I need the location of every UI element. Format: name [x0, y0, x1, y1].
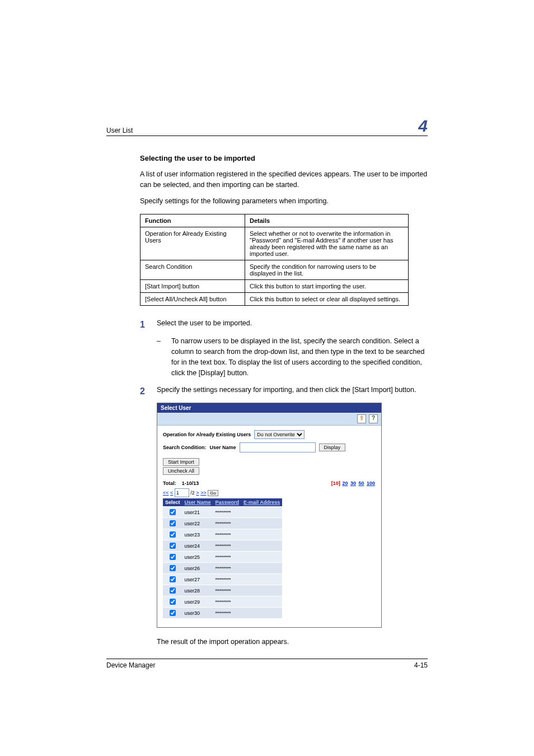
table-row: user27********	[163, 574, 282, 585]
help-icon[interactable]: ?	[369, 414, 378, 423]
start-import-button[interactable]: Start Import	[163, 458, 199, 466]
func-cell: [Select All/Uncheck All] button	[140, 293, 245, 306]
step-text: Select the user to be imported.	[157, 318, 428, 332]
header-title: User List	[106, 127, 133, 134]
function-table: Function Details Operation for Already E…	[140, 214, 409, 306]
pager: << < /2 > >> Go	[163, 488, 376, 497]
uncheck-all-button[interactable]: Uncheck All	[163, 467, 199, 475]
details-cell: Select whether or not to overwrite the i…	[245, 227, 409, 260]
cell-username: user25	[182, 552, 213, 563]
dash: –	[157, 336, 171, 378]
page-size-link[interactable]: 100	[367, 480, 375, 486]
cell-email	[241, 563, 282, 574]
row-checkbox[interactable]	[170, 509, 176, 515]
table-row: user22********	[163, 518, 282, 529]
func-cell: [Start Import] button	[140, 280, 245, 293]
cell-email	[241, 608, 282, 619]
step-number: 2	[140, 385, 157, 398]
cell-password: ********	[213, 552, 242, 563]
cell-email	[241, 574, 282, 585]
row-checkbox[interactable]	[170, 531, 176, 538]
table-row: user23********	[163, 529, 282, 540]
details-cell: Click this button to start importing the…	[245, 280, 409, 293]
select-user-panel: Select User ⇧ ? Operation for Already Ex…	[157, 403, 382, 628]
table-row: user24********	[163, 540, 282, 552]
col-select: Select	[163, 498, 182, 507]
cell-email	[241, 585, 282, 596]
cell-password: ********	[213, 608, 242, 619]
table-row: user28********	[163, 585, 282, 596]
table-row: user26********	[163, 563, 282, 574]
table-row: user21********	[163, 507, 282, 518]
row-checkbox[interactable]	[170, 599, 176, 605]
details-cell: Specify the condition for narrowing user…	[245, 260, 409, 280]
pager-prev[interactable]: <	[170, 490, 173, 496]
page-footer: Device Manager 4-15	[106, 659, 428, 669]
row-checkbox[interactable]	[170, 565, 176, 571]
chapter-number: 4	[418, 118, 428, 134]
cell-email	[241, 540, 282, 552]
cell-email	[241, 518, 282, 529]
cell-email	[241, 529, 282, 540]
panel-toolbar: ⇧ ?	[157, 413, 381, 426]
cell-email	[241, 596, 282, 608]
page-size-link[interactable]: 50	[358, 480, 364, 486]
substep-text: To narrow users to be displayed in the l…	[171, 336, 428, 378]
op-existing-select[interactable]: Do not Overwrite	[254, 430, 305, 439]
row-checkbox[interactable]	[170, 554, 176, 560]
cell-username: user24	[182, 540, 213, 552]
back-icon[interactable]: ⇧	[357, 414, 366, 423]
col-function: Function	[140, 214, 245, 227]
cell-password: ********	[213, 518, 242, 529]
row-checkbox[interactable]	[170, 576, 176, 582]
display-button[interactable]: Display	[319, 444, 346, 451]
pager-page-input[interactable]	[175, 488, 189, 497]
row-checkbox[interactable]	[170, 610, 176, 616]
col-username[interactable]: User Name	[182, 498, 213, 507]
cell-username: user26	[182, 563, 213, 574]
cell-username: user28	[182, 585, 213, 596]
row-checkbox[interactable]	[170, 543, 176, 549]
func-cell: Search Condition	[140, 260, 245, 280]
page-size-links: [10] 20 30 50 100	[331, 480, 376, 486]
table-row: user30********	[163, 608, 282, 619]
intro-p2: Specify settings for the following param…	[140, 196, 428, 207]
row-checkbox[interactable]	[170, 520, 176, 526]
cell-email	[241, 552, 282, 563]
search-condition-label: Search Condition:	[163, 445, 207, 450]
pager-first[interactable]: <<	[163, 490, 169, 496]
search-input[interactable]	[240, 442, 316, 452]
page-header: User List 4	[106, 118, 428, 136]
cell-password: ********	[213, 585, 242, 596]
step-number: 1	[140, 318, 157, 332]
cell-username: user23	[182, 529, 213, 540]
func-cell: Operation for Already Existing Users	[140, 227, 245, 260]
cell-password: ********	[213, 596, 242, 608]
cell-password: ********	[213, 507, 242, 518]
table-row: user25********	[163, 552, 282, 563]
step-1: 1 Select the user to be imported.	[140, 318, 428, 332]
row-checkbox[interactable]	[170, 587, 176, 594]
col-password[interactable]: Password	[213, 498, 242, 507]
op-existing-label: Operation for Already Existing Users	[163, 432, 251, 437]
result-text: The result of the import operation appea…	[157, 637, 428, 647]
user-table: Select User Name Password E-mail Address…	[163, 498, 282, 618]
cell-username: user27	[182, 574, 213, 585]
intro-p1: A list of user information registered in…	[140, 169, 428, 190]
step-1-sub: – To narrow users to be displayed in the…	[157, 336, 428, 378]
col-details: Details	[245, 214, 409, 227]
col-email[interactable]: E-mail Address	[241, 498, 282, 507]
cell-password: ********	[213, 540, 242, 552]
total-label: Total:	[163, 480, 176, 486]
cell-username: user30	[182, 608, 213, 619]
page-size-link[interactable]: 20	[342, 480, 348, 486]
details-cell: Click this button to select or clear all…	[245, 293, 409, 306]
pager-next[interactable]: >	[196, 490, 199, 496]
section-heading: Selecting the user to be imported	[140, 154, 428, 162]
pager-total: /2	[190, 490, 195, 496]
pager-last[interactable]: >>	[200, 490, 207, 496]
pager-go-button[interactable]: Go	[208, 490, 218, 496]
cell-email	[241, 507, 282, 518]
footer-right: 4-15	[414, 661, 428, 669]
page-size-link[interactable]: 30	[350, 480, 356, 486]
